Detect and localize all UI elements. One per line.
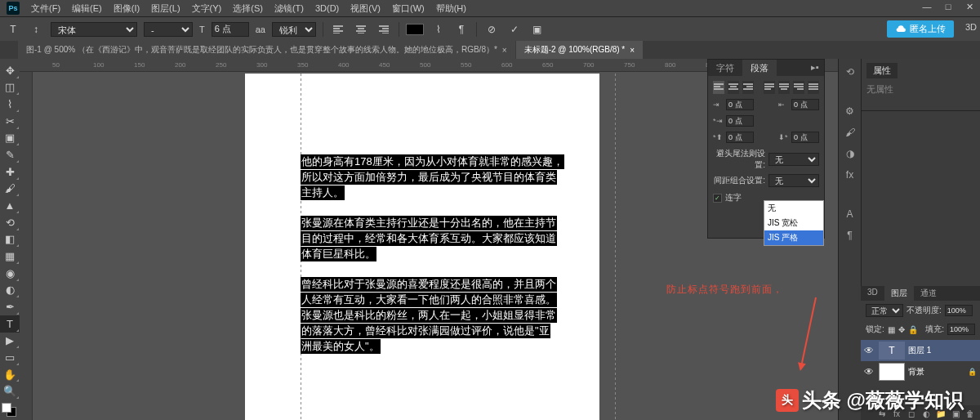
anti-alias-select[interactable]: 锐利 [272, 22, 316, 37]
menu-filter[interactable]: 滤镜(T) [270, 1, 309, 16]
panel-menu-icon[interactable]: ▸▪ [806, 60, 824, 76]
text-layer[interactable]: 他的身高有178厘米，因为从小对体育就非常的感兴趣， 所以对这方面加倍努力，最后… [301, 154, 616, 354]
orientation-toggle-icon[interactable]: ↕ [28, 21, 44, 38]
char-panel-icon[interactable]: ¶ [453, 21, 470, 38]
blur-tool[interactable]: ◉ [0, 265, 20, 282]
space-before-input[interactable] [726, 132, 754, 143]
channels-panel-tab[interactable]: 通道 [914, 286, 943, 301]
window-maximize[interactable]: □ [938, 0, 959, 13]
gradient-tool[interactable]: ▦ [0, 248, 20, 265]
layer-name[interactable]: 背景 [908, 366, 924, 378]
para-align-left[interactable] [713, 81, 724, 94]
character-tab[interactable]: 字符 [708, 60, 742, 76]
window-close[interactable]: ✕ [959, 0, 980, 13]
type-tool[interactable]: T [0, 315, 20, 333]
brushes-panel-icon[interactable]: 🖌 [840, 123, 860, 142]
delete-layer-icon[interactable]: 🗑 [964, 408, 977, 419]
layer-row[interactable]: 👁 背景 🔒 [861, 361, 980, 382]
commit-icon[interactable]: ✓ [506, 21, 523, 38]
window-minimize[interactable]: — [916, 0, 938, 13]
para-justify-center[interactable] [778, 81, 790, 94]
menu-select[interactable]: 选择(S) [228, 1, 268, 16]
hand-tool[interactable]: ✋ [0, 366, 20, 383]
fill-input[interactable] [947, 324, 975, 335]
cancel-icon[interactable]: ⊘ [483, 21, 500, 38]
adjustments-panel-icon[interactable]: ◑ [840, 144, 860, 163]
shape-tool[interactable]: ▭ [0, 349, 20, 366]
visibility-toggle-icon[interactable]: 👁 [864, 366, 875, 378]
warp-text-icon[interactable]: ⌇ [430, 21, 447, 38]
blend-mode-select[interactable]: 正常 [866, 304, 903, 317]
document-tab-0[interactable]: 图-1 @ 500% （在《西游记》中，观音菩萨既是取经团队的实际负责人，也是贯… [18, 41, 515, 59]
menu-image[interactable]: 图像(I) [109, 1, 145, 16]
dropdown-item-none[interactable]: 无 [764, 201, 823, 216]
path-select-tool[interactable]: ▶ [0, 333, 20, 350]
lock-position-icon[interactable]: ✥ [898, 325, 905, 334]
lock-all-icon[interactable]: 🔒 [908, 325, 918, 334]
eraser-tool[interactable]: ◧ [0, 231, 20, 248]
layer-name[interactable]: 图层 1 [908, 345, 931, 356]
menu-help[interactable]: 帮助(H) [431, 1, 471, 16]
hyphenate-checkbox[interactable]: ✓ [713, 194, 722, 203]
menu-file[interactable]: 文件(F) [26, 1, 65, 16]
zoom-tool[interactable]: 🔍 [0, 382, 20, 400]
menu-edit[interactable]: 编辑(E) [67, 1, 107, 16]
heal-tool[interactable]: ✚ [0, 163, 20, 181]
quick-select-tool[interactable]: ✂ [0, 113, 20, 130]
history-panel-icon[interactable]: ⟲ [840, 62, 860, 82]
move-tool[interactable]: ✥ [0, 62, 20, 79]
document-tab-1[interactable]: 未标题-2 @ 100%(RGB/8) *× [516, 41, 643, 59]
stamp-tool[interactable]: ▲ [0, 197, 20, 214]
kumi-select[interactable]: 无 [768, 174, 819, 187]
actions-panel-icon[interactable]: ⚙ [840, 101, 860, 121]
character-panel-icon[interactable]: A [840, 204, 860, 224]
properties-tab[interactable]: 属性 [866, 63, 898, 78]
paragraph-panel-icon[interactable]: ¶ [840, 226, 860, 245]
brush-tool[interactable]: 🖌 [0, 181, 20, 198]
layer-row[interactable]: 👁 T 图层 1 [861, 340, 980, 361]
lock-pixels-icon[interactable]: ▦ [888, 325, 895, 334]
pen-tool[interactable]: ✒ [0, 298, 20, 315]
eyedropper-tool[interactable]: ✎ [0, 146, 20, 163]
menu-window[interactable]: 窗口(W) [387, 1, 430, 16]
text-color-swatch[interactable] [406, 24, 424, 35]
first-line-input[interactable] [726, 115, 754, 127]
menu-layer[interactable]: 图层(L) [146, 1, 185, 16]
menu-type[interactable]: 文字(Y) [187, 1, 227, 16]
para-align-center[interactable] [728, 81, 739, 94]
crop-tool[interactable]: ▣ [0, 130, 20, 147]
dropdown-item-strict[interactable]: JIS 严格 [764, 230, 823, 245]
indent-right-input[interactable] [791, 99, 819, 110]
kinsoku-dropdown[interactable]: 无 JIS 宽松 JIS 严格 [764, 200, 824, 246]
visibility-toggle-icon[interactable]: 👁 [864, 345, 875, 356]
align-left-icon[interactable] [330, 21, 346, 38]
para-align-right[interactable] [742, 81, 754, 94]
para-justify-left[interactable] [764, 81, 775, 94]
layers-panel-tab[interactable]: 图层 [884, 286, 914, 301]
lasso-tool[interactable]: ⌇ [0, 96, 20, 113]
paragraph-tab[interactable]: 段落 [742, 60, 777, 76]
close-tab-icon[interactable]: × [502, 46, 507, 55]
font-style-select[interactable]: - [144, 22, 193, 37]
para-justify-all[interactable] [808, 81, 819, 94]
kinsoku-select[interactable]: 无 [768, 153, 819, 166]
close-tab-icon[interactable]: × [630, 46, 635, 55]
align-right-icon[interactable] [376, 21, 392, 38]
type-tool-preset-icon[interactable]: T [5, 21, 21, 38]
font-size-input[interactable] [212, 22, 249, 37]
para-justify-right[interactable] [793, 81, 804, 94]
menu-3d[interactable]: 3D(D) [310, 2, 344, 15]
styles-panel-icon[interactable]: fx [840, 165, 860, 185]
menu-view[interactable]: 视图(V) [345, 1, 385, 16]
history-brush-tool[interactable]: ⟲ [0, 214, 20, 231]
3d-panel-tab[interactable]: 3D [861, 286, 884, 301]
space-after-input[interactable] [791, 132, 819, 143]
indent-left-input[interactable] [726, 99, 754, 110]
dropdown-item-loose[interactable]: JIS 宽松 [764, 216, 823, 230]
upload-button[interactable]: 匿名上传 [887, 20, 954, 38]
opacity-input[interactable] [945, 305, 973, 316]
dodge-tool[interactable]: ◐ [0, 282, 20, 299]
font-family-select[interactable]: 宋体 [51, 22, 137, 37]
marquee-tool[interactable]: ◫ [0, 79, 20, 96]
3d-icon[interactable]: ▣ [529, 21, 546, 38]
